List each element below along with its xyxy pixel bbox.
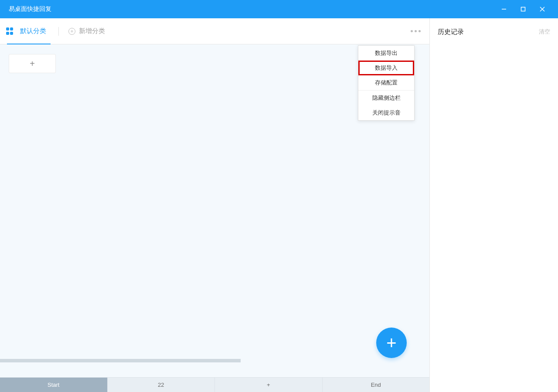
tab-default-category[interactable]: 默认分类 — [17, 18, 49, 44]
tab-label: 默认分类 — [20, 27, 46, 35]
titlebar: 易桌面快捷回复 — [0, 0, 558, 18]
svg-rect-1 — [521, 7, 525, 11]
app-title: 易桌面快捷回复 — [9, 5, 494, 13]
history-clear-button[interactable]: 清空 — [539, 28, 550, 36]
dropdown-item[interactable]: 隐藏侧边栏 — [358, 91, 414, 105]
add-category-button[interactable]: + 新增分类 — [68, 27, 105, 35]
plus-icon: + — [30, 59, 35, 69]
more-dropdown: 数据导出数据导入存储配置隐藏侧边栏关闭提示音 — [358, 45, 415, 121]
dropdown-item[interactable]: 存储配置 — [358, 75, 414, 90]
history-panel: 历史记录 清空 — [430, 18, 558, 392]
maximize-button[interactable] — [514, 0, 533, 18]
plus-icon: + — [386, 333, 396, 353]
bottom-tab[interactable]: + — [215, 378, 323, 392]
minimize-button[interactable] — [494, 0, 514, 18]
history-title: 历史记录 — [438, 28, 464, 35]
add-category-label: 新增分类 — [79, 27, 105, 35]
bottom-tabs: Start22+End — [0, 377, 429, 392]
bottom-tab[interactable]: Start — [0, 378, 108, 392]
close-button[interactable] — [533, 0, 552, 18]
add-card-button[interactable]: + — [9, 54, 56, 73]
more-menu-button[interactable] — [410, 18, 422, 44]
grid-icon — [6, 27, 14, 35]
category-tabs: 默认分类 + 新增分类 数据导出数据导入存储配置隐藏侧边栏关闭提示音 — [0, 18, 429, 44]
plus-circle-icon: + — [68, 28, 75, 35]
horizontal-scrollbar[interactable] — [0, 359, 241, 362]
dropdown-item[interactable]: 关闭提示音 — [358, 105, 414, 120]
tab-divider — [58, 27, 59, 36]
dropdown-item[interactable]: 数据导入 — [358, 61, 414, 75]
dropdown-item[interactable]: 数据导出 — [358, 46, 414, 61]
fab-add-button[interactable]: + — [376, 328, 407, 358]
bottom-tab[interactable]: 22 — [108, 378, 215, 392]
bottom-tab[interactable]: End — [323, 378, 430, 392]
